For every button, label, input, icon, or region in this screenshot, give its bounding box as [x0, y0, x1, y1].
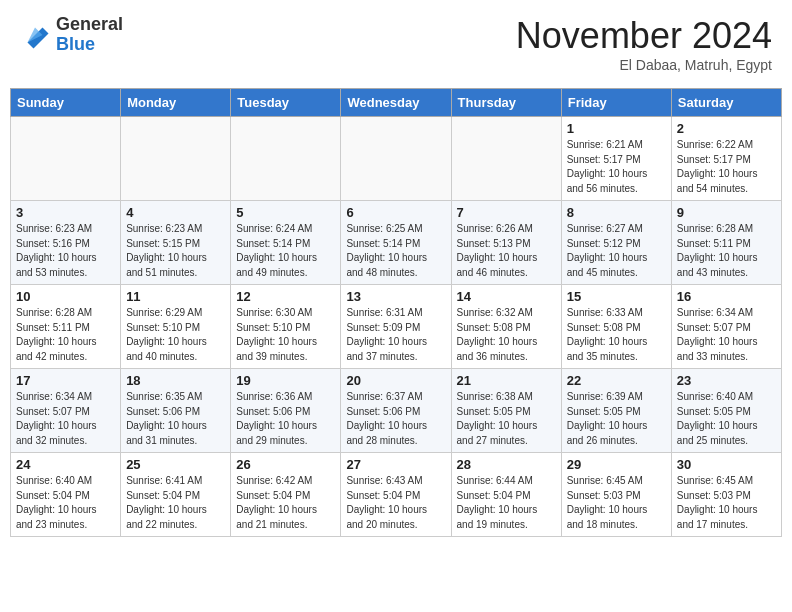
- calendar-cell: 16Sunrise: 6:34 AM Sunset: 5:07 PM Dayli…: [671, 285, 781, 369]
- day-info: Sunrise: 6:33 AM Sunset: 5:08 PM Dayligh…: [567, 306, 666, 364]
- calendar-cell: 25Sunrise: 6:41 AM Sunset: 5:04 PM Dayli…: [121, 453, 231, 537]
- day-info: Sunrise: 6:29 AM Sunset: 5:10 PM Dayligh…: [126, 306, 225, 364]
- calendar-cell: 13Sunrise: 6:31 AM Sunset: 5:09 PM Dayli…: [341, 285, 451, 369]
- day-number: 14: [457, 289, 556, 304]
- day-info: Sunrise: 6:40 AM Sunset: 5:04 PM Dayligh…: [16, 474, 115, 532]
- calendar-cell: 26Sunrise: 6:42 AM Sunset: 5:04 PM Dayli…: [231, 453, 341, 537]
- calendar-cell: 18Sunrise: 6:35 AM Sunset: 5:06 PM Dayli…: [121, 369, 231, 453]
- calendar-cell: 20Sunrise: 6:37 AM Sunset: 5:06 PM Dayli…: [341, 369, 451, 453]
- day-info: Sunrise: 6:32 AM Sunset: 5:08 PM Dayligh…: [457, 306, 556, 364]
- day-number: 27: [346, 457, 445, 472]
- day-number: 25: [126, 457, 225, 472]
- logo-text: General Blue: [56, 15, 123, 55]
- title-block: November 2024 El Dabaa, Matruh, Egypt: [516, 15, 772, 73]
- day-number: 15: [567, 289, 666, 304]
- day-info: Sunrise: 6:21 AM Sunset: 5:17 PM Dayligh…: [567, 138, 666, 196]
- day-number: 21: [457, 373, 556, 388]
- day-info: Sunrise: 6:42 AM Sunset: 5:04 PM Dayligh…: [236, 474, 335, 532]
- day-info: Sunrise: 6:23 AM Sunset: 5:16 PM Dayligh…: [16, 222, 115, 280]
- day-info: Sunrise: 6:36 AM Sunset: 5:06 PM Dayligh…: [236, 390, 335, 448]
- weekday-header-friday: Friday: [561, 89, 671, 117]
- day-info: Sunrise: 6:31 AM Sunset: 5:09 PM Dayligh…: [346, 306, 445, 364]
- day-number: 12: [236, 289, 335, 304]
- day-number: 29: [567, 457, 666, 472]
- day-number: 6: [346, 205, 445, 220]
- day-info: Sunrise: 6:43 AM Sunset: 5:04 PM Dayligh…: [346, 474, 445, 532]
- day-info: Sunrise: 6:26 AM Sunset: 5:13 PM Dayligh…: [457, 222, 556, 280]
- calendar-cell: 2Sunrise: 6:22 AM Sunset: 5:17 PM Daylig…: [671, 117, 781, 201]
- day-info: Sunrise: 6:45 AM Sunset: 5:03 PM Dayligh…: [677, 474, 776, 532]
- day-number: 13: [346, 289, 445, 304]
- day-info: Sunrise: 6:30 AM Sunset: 5:10 PM Dayligh…: [236, 306, 335, 364]
- calendar-cell: 9Sunrise: 6:28 AM Sunset: 5:11 PM Daylig…: [671, 201, 781, 285]
- weekday-header-tuesday: Tuesday: [231, 89, 341, 117]
- calendar-cell: 5Sunrise: 6:24 AM Sunset: 5:14 PM Daylig…: [231, 201, 341, 285]
- day-number: 18: [126, 373, 225, 388]
- day-info: Sunrise: 6:37 AM Sunset: 5:06 PM Dayligh…: [346, 390, 445, 448]
- calendar-week-row: 17Sunrise: 6:34 AM Sunset: 5:07 PM Dayli…: [11, 369, 782, 453]
- calendar-cell: [11, 117, 121, 201]
- weekday-header-saturday: Saturday: [671, 89, 781, 117]
- calendar-cell: [341, 117, 451, 201]
- calendar-cell: 30Sunrise: 6:45 AM Sunset: 5:03 PM Dayli…: [671, 453, 781, 537]
- calendar-cell: 3Sunrise: 6:23 AM Sunset: 5:16 PM Daylig…: [11, 201, 121, 285]
- day-number: 28: [457, 457, 556, 472]
- calendar-week-row: 24Sunrise: 6:40 AM Sunset: 5:04 PM Dayli…: [11, 453, 782, 537]
- day-number: 16: [677, 289, 776, 304]
- calendar-cell: 10Sunrise: 6:28 AM Sunset: 5:11 PM Dayli…: [11, 285, 121, 369]
- day-info: Sunrise: 6:27 AM Sunset: 5:12 PM Dayligh…: [567, 222, 666, 280]
- day-number: 22: [567, 373, 666, 388]
- calendar-cell: 23Sunrise: 6:40 AM Sunset: 5:05 PM Dayli…: [671, 369, 781, 453]
- location-subtitle: El Dabaa, Matruh, Egypt: [516, 57, 772, 73]
- logo-blue: Blue: [56, 35, 123, 55]
- day-info: Sunrise: 6:38 AM Sunset: 5:05 PM Dayligh…: [457, 390, 556, 448]
- calendar-cell: [231, 117, 341, 201]
- day-number: 8: [567, 205, 666, 220]
- calendar-cell: 29Sunrise: 6:45 AM Sunset: 5:03 PM Dayli…: [561, 453, 671, 537]
- calendar-cell: 12Sunrise: 6:30 AM Sunset: 5:10 PM Dayli…: [231, 285, 341, 369]
- day-number: 5: [236, 205, 335, 220]
- day-number: 24: [16, 457, 115, 472]
- day-number: 7: [457, 205, 556, 220]
- day-number: 19: [236, 373, 335, 388]
- calendar-cell: 22Sunrise: 6:39 AM Sunset: 5:05 PM Dayli…: [561, 369, 671, 453]
- calendar-cell: 1Sunrise: 6:21 AM Sunset: 5:17 PM Daylig…: [561, 117, 671, 201]
- calendar-cell: 6Sunrise: 6:25 AM Sunset: 5:14 PM Daylig…: [341, 201, 451, 285]
- weekday-header-thursday: Thursday: [451, 89, 561, 117]
- day-info: Sunrise: 6:28 AM Sunset: 5:11 PM Dayligh…: [16, 306, 115, 364]
- logo: General Blue: [20, 15, 123, 55]
- calendar-cell: 4Sunrise: 6:23 AM Sunset: 5:15 PM Daylig…: [121, 201, 231, 285]
- calendar-cell: 15Sunrise: 6:33 AM Sunset: 5:08 PM Dayli…: [561, 285, 671, 369]
- day-info: Sunrise: 6:35 AM Sunset: 5:06 PM Dayligh…: [126, 390, 225, 448]
- day-info: Sunrise: 6:44 AM Sunset: 5:04 PM Dayligh…: [457, 474, 556, 532]
- calendar-cell: 27Sunrise: 6:43 AM Sunset: 5:04 PM Dayli…: [341, 453, 451, 537]
- day-info: Sunrise: 6:41 AM Sunset: 5:04 PM Dayligh…: [126, 474, 225, 532]
- day-number: 1: [567, 121, 666, 136]
- day-number: 11: [126, 289, 225, 304]
- day-number: 9: [677, 205, 776, 220]
- calendar-cell: [121, 117, 231, 201]
- day-number: 4: [126, 205, 225, 220]
- day-number: 17: [16, 373, 115, 388]
- page-header: General Blue November 2024 El Dabaa, Mat…: [10, 10, 782, 78]
- day-number: 10: [16, 289, 115, 304]
- day-info: Sunrise: 6:22 AM Sunset: 5:17 PM Dayligh…: [677, 138, 776, 196]
- day-number: 3: [16, 205, 115, 220]
- day-info: Sunrise: 6:25 AM Sunset: 5:14 PM Dayligh…: [346, 222, 445, 280]
- calendar-cell: 14Sunrise: 6:32 AM Sunset: 5:08 PM Dayli…: [451, 285, 561, 369]
- day-number: 2: [677, 121, 776, 136]
- month-title: November 2024: [516, 15, 772, 57]
- calendar-cell: 28Sunrise: 6:44 AM Sunset: 5:04 PM Dayli…: [451, 453, 561, 537]
- day-info: Sunrise: 6:28 AM Sunset: 5:11 PM Dayligh…: [677, 222, 776, 280]
- logo-icon: [20, 20, 50, 50]
- day-number: 26: [236, 457, 335, 472]
- day-info: Sunrise: 6:45 AM Sunset: 5:03 PM Dayligh…: [567, 474, 666, 532]
- calendar-cell: 8Sunrise: 6:27 AM Sunset: 5:12 PM Daylig…: [561, 201, 671, 285]
- day-info: Sunrise: 6:34 AM Sunset: 5:07 PM Dayligh…: [16, 390, 115, 448]
- day-number: 30: [677, 457, 776, 472]
- calendar-cell: [451, 117, 561, 201]
- day-info: Sunrise: 6:34 AM Sunset: 5:07 PM Dayligh…: [677, 306, 776, 364]
- calendar-week-row: 3Sunrise: 6:23 AM Sunset: 5:16 PM Daylig…: [11, 201, 782, 285]
- logo-general: General: [56, 15, 123, 35]
- calendar-cell: 24Sunrise: 6:40 AM Sunset: 5:04 PM Dayli…: [11, 453, 121, 537]
